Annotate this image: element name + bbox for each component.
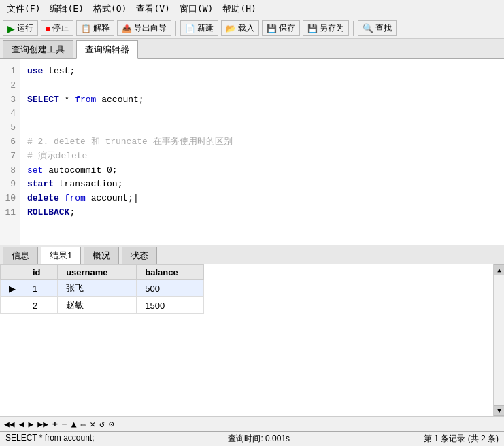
nav-last-button[interactable]: ▶▶: [37, 419, 48, 429]
code-line-4: [27, 107, 497, 121]
results-tab-result1[interactable]: 结果1: [41, 247, 81, 264]
separator2: [353, 21, 354, 36]
data-table-container: id username balance ▶ 1 张飞 500 2: [0, 264, 493, 416]
find-button[interactable]: 🔍 查找: [358, 20, 397, 36]
col-header-username: username: [58, 265, 137, 280]
editor-tabbar: 查询创建工具 查询编辑器: [0, 39, 504, 59]
status-query: SELECT * from account;: [5, 433, 95, 445]
run-icon: ▶: [7, 23, 15, 34]
load-button[interactable]: 📂 载入: [221, 20, 259, 36]
load-icon: 📂: [226, 24, 236, 33]
find-icon: 🔍: [363, 23, 373, 33]
tab-query-editor[interactable]: 查询编辑器: [76, 40, 138, 59]
scrollbar-up-button[interactable]: ▲: [494, 264, 504, 275]
row-indicator: ▶: [1, 280, 24, 297]
results-tab-info[interactable]: 信息: [3, 247, 38, 264]
cell-id: 2: [24, 297, 58, 314]
cell-username: 张飞: [58, 280, 137, 297]
row-indicator: [1, 297, 24, 314]
new-button[interactable]: 📄 新建: [180, 20, 218, 36]
code-line-7: # 演示delete: [27, 150, 497, 164]
info-button[interactable]: ⊙: [109, 419, 114, 429]
col-header-balance: balance: [137, 265, 204, 280]
separator1: [175, 21, 176, 36]
menubar: 文件(F) 编辑(E) 格式(O) 查看(V) 窗口(W) 帮助(H): [0, 0, 504, 18]
code-line-3: SELECT * from account;: [27, 93, 497, 107]
toolbar: ▶ 运行 ■ 停止 📋 解释 📤 导出向导 📄 新建 📂 载入 💾 保存 💾 另…: [0, 18, 504, 39]
col-header-id: id: [24, 265, 58, 280]
cell-balance: 1500: [137, 297, 204, 314]
line-numbers: 1 2 3 4 5 6 7 8 9 10 11: [0, 59, 20, 245]
code-line-9: start transaction;: [27, 177, 497, 192]
results-navigation-toolbar: ◀◀ ◀ ▶ ▶▶ + − ▲ ✏ ✕ ↺ ⊙: [0, 416, 504, 431]
refresh-button[interactable]: ↺: [99, 419, 105, 429]
menu-help[interactable]: 帮助(H): [218, 1, 260, 16]
edit-button[interactable]: ✏: [80, 419, 86, 429]
stop-icon: ■: [46, 24, 50, 33]
tab-query-builder[interactable]: 查询创建工具: [3, 40, 73, 58]
save-icon: 💾: [267, 24, 277, 33]
table-row[interactable]: ▶ 1 张飞 500: [1, 280, 204, 297]
table-row[interactable]: 2 赵敏 1500: [1, 297, 204, 314]
cell-balance: 500: [137, 280, 204, 297]
delete-row-button[interactable]: −: [62, 419, 67, 429]
code-editor[interactable]: use test; SELECT * from account; # 2. de…: [20, 59, 504, 245]
statusbar: SELECT * from account; 查询时间: 0.001s 第 1 …: [0, 431, 504, 446]
status-query-time: 查询时间: 0.001s: [228, 433, 290, 445]
nav-prev-button[interactable]: ◀: [19, 419, 24, 429]
add-row-button[interactable]: +: [52, 419, 58, 429]
code-line-5: [27, 121, 497, 135]
code-line-1: use test;: [27, 65, 497, 79]
scrollbar-down-button[interactable]: ▼: [494, 405, 504, 416]
menu-window[interactable]: 窗口(W): [175, 1, 217, 16]
save-button[interactable]: 💾 保存: [262, 20, 300, 36]
explain-icon: 📋: [81, 24, 91, 33]
results-tab-status[interactable]: 状态: [122, 247, 157, 264]
code-line-8: set autocommit=0;: [27, 164, 497, 178]
save-as-icon: 💾: [307, 24, 318, 33]
results-tab-overview[interactable]: 概况: [84, 247, 119, 264]
new-icon: 📄: [185, 24, 195, 33]
discard-button[interactable]: ✕: [90, 419, 95, 429]
code-line-10: delete from account;|: [27, 192, 497, 206]
code-line-2: [27, 79, 497, 93]
nav-next-button[interactable]: ▶: [28, 419, 33, 429]
result-table: id username balance ▶ 1 张飞 500 2: [0, 264, 204, 314]
menu-format[interactable]: 格式(O): [89, 1, 131, 16]
results-panel: 信息 结果1 概况 状态 id username balance ▶ 1: [0, 245, 504, 431]
code-line-6: # 2. delete 和 truncate 在事务使用时的区别: [27, 135, 497, 150]
vertical-scrollbar[interactable]: ▲ ▼: [493, 264, 504, 416]
menu-view[interactable]: 查看(V): [132, 1, 173, 16]
nav-first-button[interactable]: ◀◀: [4, 419, 15, 429]
scrollbar-track: [494, 275, 504, 405]
export-icon: 📤: [122, 24, 132, 33]
explain-button[interactable]: 📋 解释: [76, 20, 114, 36]
editor-area: 1 2 3 4 5 6 7 8 9 10 11 use test; SELECT…: [0, 59, 504, 245]
stop-button[interactable]: ■ 停止: [41, 20, 73, 36]
code-line-11: ROLLBACK;: [27, 206, 497, 220]
save-as-button[interactable]: 💾 另存为: [303, 20, 349, 36]
col-header-indicator: [1, 265, 24, 280]
results-tabbar: 信息 结果1 概况 状态: [0, 245, 504, 264]
cell-id: 1: [24, 280, 58, 297]
cell-username: 赵敏: [58, 297, 137, 314]
move-up-button[interactable]: ▲: [71, 419, 77, 429]
menu-file[interactable]: 文件(F): [3, 1, 44, 16]
run-button[interactable]: ▶ 运行: [3, 20, 38, 36]
menu-edit[interactable]: 编辑(E): [46, 1, 87, 16]
status-record-info: 第 1 条记录 (共 2 条): [424, 433, 499, 445]
export-wizard-button[interactable]: 📤 导出向导: [117, 20, 171, 36]
data-table-wrapper: id username balance ▶ 1 张飞 500 2: [0, 264, 504, 416]
